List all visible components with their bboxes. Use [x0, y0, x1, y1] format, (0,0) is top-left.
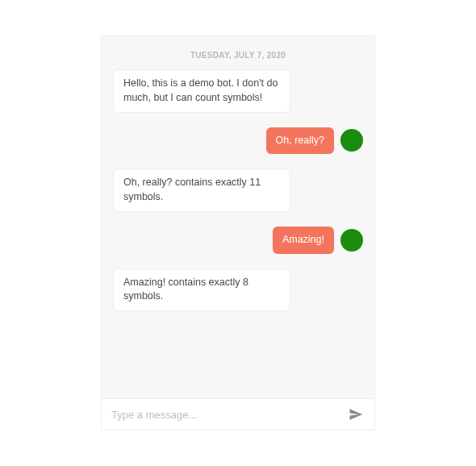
- message-row: Hello, this is a demo bot. I don't do mu…: [113, 69, 363, 113]
- user-avatar: [340, 229, 363, 252]
- message-row: Oh, really?: [113, 127, 363, 155]
- messages-list: Hello, this is a demo bot. I don't do mu…: [102, 69, 374, 398]
- user-message-bubble: Amazing!: [273, 227, 334, 254]
- send-button[interactable]: [347, 407, 365, 422]
- message-input-bar: [102, 398, 374, 430]
- message-row: Oh, really? contains exactly 11 symbols.: [113, 169, 363, 212]
- message-row: Amazing!: [113, 227, 363, 254]
- bot-message-bubble: Oh, really? contains exactly 11 symbols.: [113, 169, 290, 212]
- user-avatar: [340, 129, 363, 152]
- chat-window: TUESDAY, JULY 7, 2020 Hello, this is a d…: [101, 35, 375, 431]
- bot-message-bubble: Amazing! contains exactly 8 symbols.: [113, 268, 290, 312]
- message-row: Amazing! contains exactly 8 symbols.: [113, 268, 363, 312]
- user-message-bubble: Oh, really?: [266, 127, 334, 155]
- message-input[interactable]: [111, 409, 347, 421]
- date-divider: TUESDAY, JULY 7, 2020: [102, 36, 374, 69]
- send-icon: [349, 407, 363, 422]
- bot-message-bubble: Hello, this is a demo bot. I don't do mu…: [113, 69, 290, 113]
